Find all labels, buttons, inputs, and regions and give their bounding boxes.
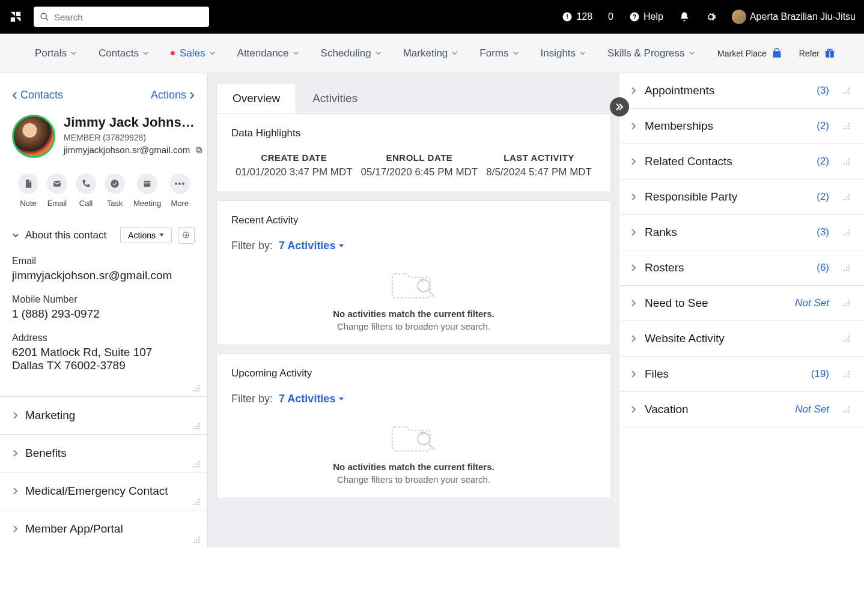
notification-dot-icon (171, 51, 175, 55)
zero-indicator[interactable]: 0 (608, 11, 613, 22)
nav-attendance[interactable]: Attendance (227, 47, 310, 59)
note-button[interactable]: Note (18, 174, 38, 208)
refer-link[interactable]: Refer (799, 48, 835, 59)
drag-handle-icon[interactable] (192, 498, 201, 506)
nav-insights[interactable]: Insights (530, 47, 597, 59)
svg-point-60 (846, 90, 848, 92)
right-section-rosters[interactable]: Rosters(6) (619, 250, 864, 286)
breadcrumb-contacts[interactable]: Contacts (12, 89, 63, 101)
svg-point-83 (848, 229, 850, 231)
right-section-need-to-see[interactable]: Need to SeeNot Set (619, 286, 864, 321)
sidebar-section-member-app-portal[interactable]: Member App/Portal (0, 510, 207, 548)
help-link[interactable]: ? Help (629, 11, 663, 22)
drag-handle-icon[interactable] (842, 193, 851, 201)
field-label: Address (12, 333, 195, 343)
about-settings-button[interactable] (178, 227, 195, 244)
right-section-vacation[interactable]: VacationNot Set (619, 392, 864, 427)
drag-handle-icon[interactable] (192, 422, 201, 430)
drag-handle-icon[interactable] (842, 86, 851, 95)
contact-actions-menu[interactable]: Actions (151, 89, 195, 101)
section-notset: Not Set (795, 297, 829, 309)
drag-handle-icon[interactable] (842, 157, 851, 166)
nav-scheduling[interactable]: Scheduling (310, 47, 392, 59)
copy-icon[interactable] (195, 146, 203, 154)
drag-handle-icon[interactable] (192, 384, 201, 393)
email-icon (52, 179, 62, 189)
nav-label: Attendance (237, 47, 289, 59)
drag-handle-icon[interactable] (192, 536, 201, 544)
svg-point-30 (193, 428, 195, 430)
svg-rect-8 (829, 51, 830, 58)
marketplace-link[interactable]: Market Place (717, 48, 782, 59)
caret-down-icon (159, 234, 164, 237)
right-section-appointments[interactable]: Appointments(3) (619, 73, 864, 109)
svg-point-28 (196, 426, 198, 427)
field-value: Dallas TX 76002-3789 (12, 359, 195, 372)
email-button[interactable]: Email (47, 174, 67, 208)
drag-handle-icon[interactable] (842, 228, 851, 237)
meeting-button[interactable]: Meeting (133, 174, 161, 208)
contact-avatar[interactable] (12, 115, 55, 158)
about-title: About this contact (25, 229, 114, 241)
svg-point-46 (196, 539, 198, 541)
section-count: (3) (817, 85, 829, 97)
search-box[interactable] (34, 7, 209, 27)
field-value: 6201 Matlock Rd, Suite 107 (12, 346, 195, 359)
app-logo[interactable] (8, 10, 23, 24)
nav-contacts[interactable]: Contacts (88, 47, 160, 59)
nav-forms[interactable]: Forms (469, 47, 529, 59)
collapse-right-button[interactable] (610, 97, 629, 116)
nav-portals[interactable]: Portals (24, 47, 88, 59)
contact-name: Jimmy Jack Johnson ... (64, 115, 197, 130)
nav-skills[interactable]: Skills & Progress (597, 47, 705, 59)
task-button[interactable]: Task (105, 174, 125, 208)
right-section-website-activity[interactable]: Website Activity (619, 321, 864, 357)
sidebar-section-medical-emergency-contact[interactable]: Medical/Emergency Contact (0, 472, 207, 510)
right-section-ranks[interactable]: Ranks(3) (619, 215, 864, 250)
contact-email: jimmyjackjohson.sr@gmail.com (64, 145, 190, 155)
svg-point-73 (848, 161, 850, 163)
about-actions-button[interactable]: Actions (120, 228, 172, 243)
bell-icon[interactable] (679, 11, 690, 22)
nav-marketing[interactable]: Marketing (392, 47, 469, 59)
drag-handle-icon[interactable] (842, 264, 851, 272)
svg-point-96 (846, 303, 848, 304)
calendar-icon (142, 179, 152, 189)
svg-point-32 (198, 428, 200, 430)
svg-point-64 (848, 92, 850, 94)
svg-point-72 (846, 161, 848, 163)
search-input[interactable] (54, 12, 203, 22)
nav-sales[interactable]: Sales (160, 47, 227, 59)
drag-handle-icon[interactable] (842, 122, 851, 130)
call-button[interactable]: Call (76, 174, 96, 208)
gear-icon[interactable] (705, 11, 716, 22)
right-section-memberships[interactable]: Memberships(2) (619, 109, 864, 144)
tab-activities[interactable]: Activities (296, 83, 374, 113)
highlight-col: CREATE DATE01/01/2020 3:47 PM MDT (236, 152, 353, 178)
right-section-related-contacts[interactable]: Related Contacts(2) (619, 144, 864, 180)
svg-point-75 (846, 163, 848, 165)
svg-point-36 (193, 466, 195, 468)
drag-handle-icon[interactable] (842, 299, 851, 307)
svg-point-113 (848, 406, 850, 408)
svg-point-27 (198, 423, 200, 425)
drag-handle-icon[interactable] (842, 334, 851, 343)
nav-label: Insights (541, 47, 576, 59)
chevron-right-icon (630, 228, 636, 237)
filter-activities-dropdown[interactable]: 7 Activities (279, 240, 344, 252)
about-section-header[interactable]: About this contact Actions (0, 221, 207, 250)
chevron-right-icon (189, 91, 195, 100)
filter-activities-dropdown[interactable]: 7 Activities (279, 393, 344, 405)
drag-handle-icon[interactable] (842, 370, 851, 378)
more-button[interactable]: More (169, 174, 190, 208)
tab-overview[interactable]: Overview (216, 83, 296, 113)
sidebar-section-benefits[interactable]: Benefits (0, 434, 207, 472)
account-selector[interactable]: Aperta Brazilian Jiu-Jitsu (732, 10, 856, 24)
drag-handle-icon[interactable] (192, 460, 201, 468)
drag-handle-icon[interactable] (842, 405, 851, 414)
sidebar-section-marketing[interactable]: Marketing (0, 396, 207, 434)
alerts-indicator[interactable]: ! 128 (562, 11, 592, 22)
right-section-files[interactable]: Files(19) (619, 357, 864, 392)
center-panel: Overview Activities Data Highlights CREA… (207, 73, 619, 548)
right-section-responsible-party[interactable]: Responsible Party(2) (619, 180, 864, 215)
